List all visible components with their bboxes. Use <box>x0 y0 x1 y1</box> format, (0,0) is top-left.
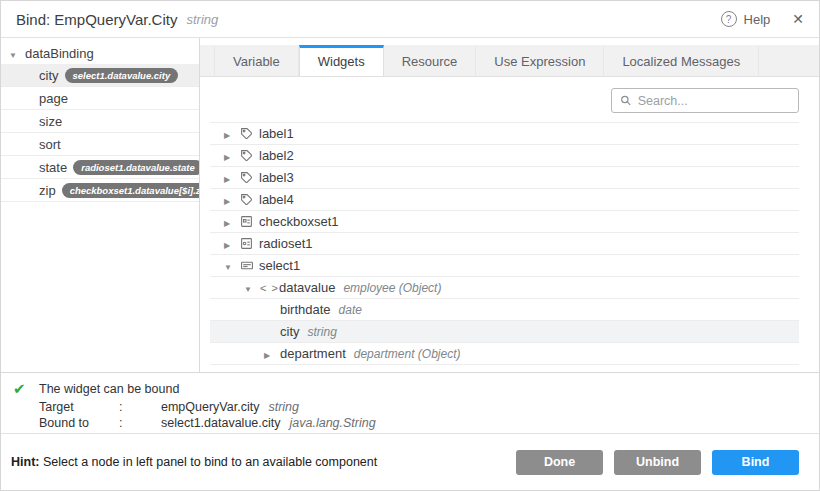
sidebar-item-databinding-root[interactable]: dataBinding <box>1 43 199 64</box>
tab-variable[interactable]: Variable <box>214 45 299 76</box>
checkboxset-icon <box>240 215 259 228</box>
unbind-button[interactable]: Unbind <box>614 450 701 475</box>
chevron-right-icon[interactable] <box>224 236 240 251</box>
select-icon <box>240 259 259 272</box>
tree-row-label1[interactable]: label1 <box>210 123 799 145</box>
sidebar-item-label: sort <box>39 137 61 152</box>
tree-row-department[interactable]: department department (Object) <box>210 343 799 365</box>
status-type: java.lang.String <box>290 416 376 430</box>
chevron-right-icon[interactable] <box>224 214 240 229</box>
tree-row-city[interactable]: city string <box>210 321 799 343</box>
tree-row-datavalue[interactable]: datavalue employee (Object) <box>210 277 799 299</box>
bind-status-section: The widget can be bound Target : empQuer… <box>1 372 819 433</box>
sidebar-item-size[interactable]: size <box>1 110 199 133</box>
widget-tree: label1 label2 label3 <box>210 122 799 365</box>
status-message: The widget can be bound <box>39 382 179 396</box>
status-separator: : <box>119 416 161 430</box>
search-box[interactable] <box>611 88 799 113</box>
sidebar-item-page[interactable]: page <box>1 87 199 110</box>
hint-label: Hint: <box>11 455 39 469</box>
tree-node-label: label4 <box>259 192 294 207</box>
hint-text: Hint: Select a node in left panel to bin… <box>11 455 377 469</box>
tree-node-label: select1 <box>259 258 300 273</box>
dialog-body: dataBinding city select1.datavalue.city … <box>1 38 819 372</box>
tree-node-label: city <box>280 324 300 339</box>
status-label: Target <box>39 400 119 414</box>
tree-node-type: date <box>339 303 362 317</box>
status-type: string <box>268 400 299 414</box>
tree-node-label: department <box>280 346 346 361</box>
tree-row-birthdate[interactable]: birthdate date <box>210 299 799 321</box>
footer-buttons: Done Unbind Bind <box>516 450 799 475</box>
tree-node-label: birthdate <box>280 302 331 317</box>
tree-row-checkboxset1[interactable]: checkboxset1 <box>210 211 799 233</box>
chevron-down-icon[interactable] <box>224 258 240 273</box>
sidebar-item-label: zip <box>39 183 56 198</box>
status-separator: : <box>119 400 161 414</box>
sidebar-item-city[interactable]: city select1.datavalue.city <box>1 64 199 87</box>
dialog-footer: Hint: Select a node in left panel to bin… <box>1 433 819 490</box>
status-value: empQueryVar.city <box>161 400 259 414</box>
titlebar-actions: Help <box>721 11 804 27</box>
chevron-right-icon[interactable] <box>224 148 240 163</box>
chevron-down-icon[interactable] <box>9 46 25 61</box>
dialog-title-type: string <box>186 12 218 27</box>
tab-resource[interactable]: Resource <box>384 45 477 76</box>
bind-dialog: Bind: EmpQueryVar.City string Help dataB… <box>0 0 820 491</box>
binding-badge: checkboxset1.datavalue[$i].zip <box>62 183 199 198</box>
tree-node-label: label2 <box>259 148 294 163</box>
tab-use-expression[interactable]: Use Expression <box>476 45 604 76</box>
tree-node-type: department (Object) <box>354 347 461 361</box>
chevron-right-icon[interactable] <box>224 192 240 207</box>
bind-button[interactable]: Bind <box>712 450 799 475</box>
sidebar-item-label: city <box>39 68 59 83</box>
tag-icon <box>240 149 259 162</box>
check-icon <box>13 380 39 398</box>
close-icon[interactable] <box>792 11 804 27</box>
tree-node-label: datavalue <box>279 280 335 295</box>
sidebar-root-label: dataBinding <box>25 46 94 61</box>
tree-row-label3[interactable]: label3 <box>210 167 799 189</box>
dialog-titlebar: Bind: EmpQueryVar.City string Help <box>1 1 819 38</box>
search-input[interactable] <box>638 94 790 108</box>
search-row <box>200 77 819 122</box>
radioset-icon <box>240 237 259 250</box>
binding-badge: radioset1.datavalue.state <box>73 160 199 175</box>
chevron-down-icon[interactable] <box>244 280 260 295</box>
status-row-target: Target : empQueryVar.city string <box>39 400 807 414</box>
databinding-panel: dataBinding city select1.datavalue.city … <box>1 38 200 372</box>
sidebar-item-state[interactable]: state radioset1.datavalue.state <box>1 156 199 179</box>
sidebar-item-label: state <box>39 160 67 175</box>
tree-node-label: label3 <box>259 170 294 185</box>
status-value: select1.datavalue.city <box>161 416 281 430</box>
tree-node-type: string <box>308 325 337 339</box>
help-link[interactable]: Help <box>744 12 771 27</box>
tabbar: Variable Widgets Resource Use Expression… <box>200 45 819 77</box>
hint-body: Select a node in left panel to bind to a… <box>43 455 377 469</box>
tree-row-label2[interactable]: label2 <box>210 145 799 167</box>
dialog-title: Bind: EmpQueryVar.City <box>16 11 177 28</box>
tree-row-radioset1[interactable]: radioset1 <box>210 233 799 255</box>
help-icon[interactable] <box>721 11 737 27</box>
sidebar-item-label: page <box>39 91 68 106</box>
done-button[interactable]: Done <box>516 450 603 475</box>
chevron-right-icon[interactable] <box>224 126 240 141</box>
search-icon <box>620 94 632 107</box>
status-message-row: The widget can be bound <box>13 380 807 398</box>
sidebar-item-sort[interactable]: sort <box>1 133 199 156</box>
status-table: Target : empQueryVar.city string Bound t… <box>39 400 807 430</box>
tree-row-label4[interactable]: label4 <box>210 189 799 211</box>
tree-node-label: checkboxset1 <box>259 214 339 229</box>
binding-badge: select1.datavalue.city <box>65 68 179 83</box>
sidebar-item-zip[interactable]: zip checkboxset1.datavalue[$i].zip <box>1 179 199 202</box>
chevron-right-icon[interactable] <box>264 346 280 361</box>
chevron-right-icon[interactable] <box>224 170 240 185</box>
tag-icon <box>240 127 259 140</box>
bind-source-panel: Variable Widgets Resource Use Expression… <box>200 38 819 372</box>
tab-widgets[interactable]: Widgets <box>299 45 384 76</box>
tab-localized-messages[interactable]: Localized Messages <box>604 45 759 76</box>
tag-icon <box>240 193 259 206</box>
status-row-bound-to: Bound to : select1.datavalue.city java.l… <box>39 416 807 430</box>
status-label: Bound to <box>39 416 119 430</box>
tree-row-select1[interactable]: select1 <box>210 255 799 277</box>
